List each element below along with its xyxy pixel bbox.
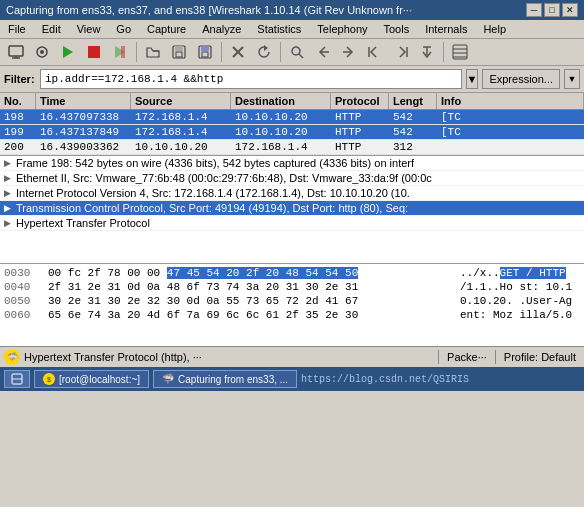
toolbar-prev-btn[interactable] [363,41,387,63]
detail-http-text: Hypertext Transfer Protocol [16,217,150,229]
menu-go[interactable]: Go [112,22,135,36]
packet-length: 542 [389,110,437,124]
toolbar-export-btn[interactable] [415,41,439,63]
toolbar-restart-btn[interactable] [108,41,132,63]
svg-rect-14 [202,52,208,57]
window-title: Capturing from ens33, ens37, and ens38 [… [6,4,526,16]
toolbar-separator-4 [443,42,444,62]
toolbar-start-btn[interactable] [56,41,80,63]
maximize-button[interactable]: □ [544,3,560,17]
hex-ascii: 0.10.20. .User-Ag [460,294,580,308]
detail-ip-text: Internet Protocol Version 4, Src: 172.16… [16,187,410,199]
col-header-length: Lengt [389,93,437,109]
filter-input[interactable] [40,69,462,89]
status-separator-2 [495,350,496,364]
taskbar-network-button[interactable] [4,370,30,388]
packet-source: 172.168.1.4 [131,110,231,124]
packet-time: 16.439003362 [36,140,131,154]
taskbar-terminal[interactable]: $ [root@localhost:~] [34,370,149,388]
expand-arrow: ▶ [4,188,16,198]
close-button[interactable]: ✕ [562,3,578,17]
toolbar-saveas-btn[interactable] [193,41,217,63]
menu-telephony[interactable]: Telephony [313,22,371,36]
toolbar-forward-btn[interactable] [337,41,361,63]
toolbar-next-btn[interactable] [389,41,413,63]
menu-file[interactable]: File [4,22,30,36]
filter-label: Filter: [4,73,36,85]
toolbar-stop-btn[interactable] [82,41,106,63]
detail-frame[interactable]: ▶ Frame 198: 542 bytes on wire (4336 bit… [0,156,584,171]
col-header-destination: Destination [231,93,331,109]
packets-status[interactable]: Packe··· [443,351,491,363]
packet-source: 172.168.1.4 [131,125,231,139]
toolbar-separator-2 [221,42,222,62]
filter-dropdown-arrow: ▼ [467,73,478,85]
menu-internals[interactable]: Internals [421,22,471,36]
col-header-protocol: Protoc‌ol [331,93,389,109]
packet-time: 16.437097338 [36,110,131,124]
packet-list: No. Time Source Destination Protoc‌ol Le… [0,93,584,156]
hex-ascii: ent: Moz illa/5.0 [460,308,580,322]
expression-button[interactable]: Expression... [482,69,560,89]
profile-status[interactable]: Profile: Default [500,351,580,363]
packet-length: 312 [389,140,437,154]
packet-info: [TC [437,125,584,139]
menu-statistics[interactable]: Statistics [253,22,305,36]
toolbar-open-btn[interactable] [141,41,165,63]
packet-protocol: HTTP [331,140,389,154]
filter-bar: Filter: ▼ Expression... ▼ [0,66,584,93]
taskbar-url[interactable]: https://blog.csdn.net/QSIRIS [301,374,469,385]
hex-offset: 0030 [4,266,40,280]
hex-row: 0050 30 2e 31 30 2e 32 30 0d 0a 55 73 65… [4,294,580,308]
detail-ethernet[interactable]: ▶ Ethernet II, Src: Vmware_77:6b:48 (00:… [0,171,584,186]
menu-tools[interactable]: Tools [380,22,414,36]
hex-bytes: 30 2e 31 30 2e 32 30 0d 0a 55 73 65 72 2… [48,294,452,308]
toolbar-reload-btn[interactable] [252,41,276,63]
table-row[interactable]: 200 16.439003362 10.10.10.20 172.168.1.4… [0,140,584,155]
packet-list-header: No. Time Source Destination Protoc‌ol Le… [0,93,584,110]
packet-no: 198 [0,110,36,124]
toolbar-options-btn[interactable] [30,41,54,63]
svg-line-19 [299,54,303,58]
table-row[interactable]: 198 16.437097338 172.168.1.4 10.10.10.20… [0,110,584,125]
menu-analyze[interactable]: Analyze [198,22,245,36]
packet-no: 199 [0,125,36,139]
hex-row: 0060 65 6e 74 3a 20 4d 6f 7a 69 6c 6c 61… [4,308,580,322]
wireshark-icon: 🦈 [162,373,174,385]
svg-point-4 [40,50,44,54]
hex-offset: 0040 [4,280,40,294]
toolbar-find-btn[interactable] [285,41,309,63]
toolbar-coloring-btn[interactable] [448,41,472,63]
menu-bar: File Edit View Go Capture Analyze Statis… [0,20,584,39]
window-controls: ─ □ ✕ [526,3,578,17]
toolbar-interface-btn[interactable] [4,41,28,63]
hex-offset: 0060 [4,308,40,322]
expand-arrow: ▶ [4,203,16,213]
packet-destination: 172.168.1.4 [231,140,331,154]
detail-ethernet-text: Ethernet II, Src: Vmware_77:6b:48 (00:0c… [16,172,432,184]
menu-view[interactable]: View [73,22,105,36]
detail-ip[interactable]: ▶ Internet Protocol Version 4, Src: 172.… [0,186,584,201]
toolbar-save-btn[interactable] [167,41,191,63]
packet-time: 16.437137849 [36,125,131,139]
svg-rect-11 [176,52,182,57]
minimize-button[interactable]: ─ [526,3,542,17]
toolbar-close-btn[interactable] [226,41,250,63]
packet-protocol: HTTP [331,125,389,139]
col-header-no: No. [0,93,36,109]
menu-edit[interactable]: Edit [38,22,65,36]
svg-rect-0 [9,46,23,56]
hex-row: 0030 00 fc 2f 78 00 00 47 45 54 20 2f 20… [4,266,580,280]
filter-dropdown[interactable]: ▼ [466,69,479,89]
taskbar-wireshark[interactable]: 🦈 Capturing from ens33, ... [153,370,297,388]
detail-http[interactable]: ▶ Hypertext Transfer Protocol [0,216,584,231]
menu-capture[interactable]: Capture [143,22,190,36]
detail-tcp[interactable]: ▶ Transmission Control Protocol, Src Por… [0,201,584,216]
menu-help[interactable]: Help [479,22,510,36]
expand-arrow: ▶ [4,173,16,183]
detail-frame-text: Frame 198: 542 bytes on wire (4336 bits)… [16,157,414,169]
toolbar-back-btn[interactable] [311,41,335,63]
expression-dropdown-arrow[interactable]: ▼ [564,69,580,89]
table-row[interactable]: 199 16.437137849 172.168.1.4 10.10.10.20… [0,125,584,140]
hex-row: 0040 2f 31 2e 31 0d 0a 48 6f 73 74 3a 20… [4,280,580,294]
